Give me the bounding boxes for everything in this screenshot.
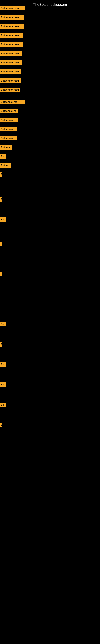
bottleneck-bar: Bottleneck r (0, 118, 18, 122)
bottleneck-bar: Bottlene (0, 145, 12, 150)
bottleneck-bar: Bottleneck res (0, 100, 25, 104)
bottleneck-bar: Bo (0, 402, 6, 407)
bottleneck-bar: Bottleneck resu (0, 78, 21, 83)
bottleneck-bar: Bo (0, 217, 6, 222)
bottleneck-bar: Bottleneck resu (0, 42, 23, 47)
bottleneck-bar: Bottleneck r (0, 136, 17, 140)
bottleneck-bar: B (0, 422, 2, 427)
bottleneck-bar: | (0, 242, 1, 246)
bottleneck-bar: | (0, 272, 1, 276)
bottleneck-bar: Bottleneck resu (0, 51, 22, 56)
bottleneck-bar: Bottleneck resu (0, 70, 21, 74)
bottleneck-bar: Bo (0, 362, 6, 367)
bottleneck-bar: Bo (0, 382, 6, 387)
bottleneck-bar: B (0, 172, 2, 177)
bottleneck-bar: Bo (0, 322, 6, 326)
bottleneck-bar: Bottleneck resu (0, 88, 20, 92)
bottleneck-bar: Bottleneck re (0, 109, 18, 113)
bottleneck-bar: Bottleneck resu (0, 24, 24, 28)
bottleneck-bar: Bottleneck resu (0, 6, 25, 10)
bottleneck-bar: Bottle (0, 163, 11, 168)
bottleneck-bar: Bottleneck resu (0, 33, 23, 38)
bottleneck-bar: Bottleneck resu (0, 15, 24, 20)
bottleneck-bar: Bottleneck resu (0, 60, 22, 65)
bottleneck-bar: B (0, 197, 2, 202)
bottleneck-bar: Bottleneck r (0, 127, 17, 132)
bottleneck-bar: B (0, 342, 2, 346)
bottleneck-bar: Bo (0, 154, 6, 158)
